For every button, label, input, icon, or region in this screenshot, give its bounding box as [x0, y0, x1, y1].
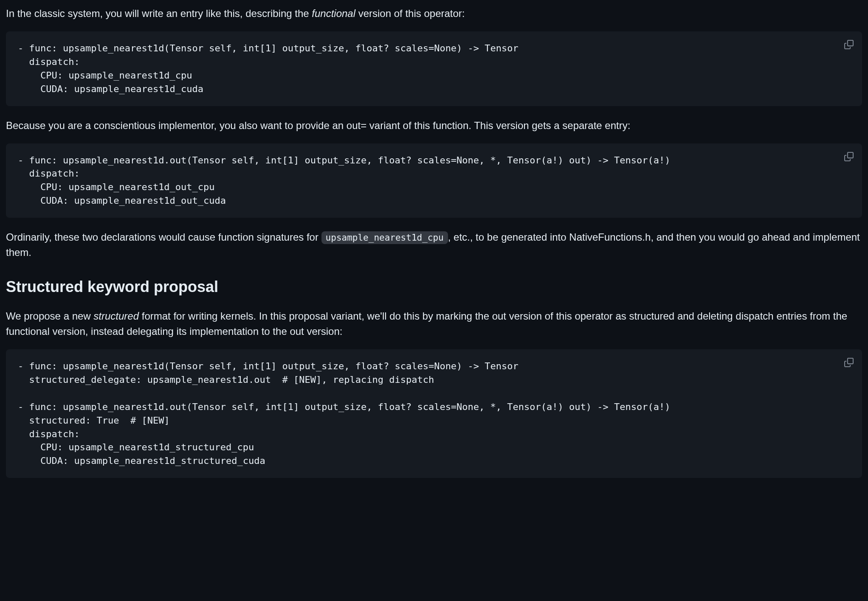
- copy-button[interactable]: [842, 149, 856, 164]
- copy-icon: [844, 40, 854, 49]
- paragraph-2: Because you are a conscientious implemen…: [6, 118, 862, 133]
- copy-button[interactable]: [842, 355, 856, 370]
- emphasis: functional: [312, 8, 355, 19]
- copy-icon: [844, 152, 854, 161]
- copy-button[interactable]: [842, 37, 856, 52]
- paragraph-3: Ordinarily, these two declarations would…: [6, 230, 862, 260]
- code-block-1: - func: upsample_nearest1d(Tensor self, …: [6, 31, 862, 106]
- copy-icon: [844, 358, 854, 367]
- text: Ordinarily, these two declarations would…: [6, 231, 321, 243]
- paragraph-1: In the classic system, you will write an…: [6, 6, 862, 21]
- code-content: - func: upsample_nearest1d.out(Tensor se…: [18, 154, 850, 208]
- code-content: - func: upsample_nearest1d(Tensor self, …: [18, 359, 850, 468]
- text: In the classic system, you will write an…: [6, 8, 312, 19]
- code-block-2: - func: upsample_nearest1d.out(Tensor se…: [6, 143, 862, 218]
- code-content: - func: upsample_nearest1d(Tensor self, …: [18, 42, 850, 96]
- text: We propose a new: [6, 310, 93, 322]
- paragraph-4: We propose a new structured format for w…: [6, 309, 862, 339]
- code-block-3: - func: upsample_nearest1d(Tensor self, …: [6, 349, 862, 478]
- emphasis: structured: [93, 310, 139, 322]
- inline-code: upsample_nearest1d_cpu: [321, 231, 448, 244]
- text: version of this operator:: [355, 8, 465, 19]
- section-heading: Structured keyword proposal: [6, 275, 862, 298]
